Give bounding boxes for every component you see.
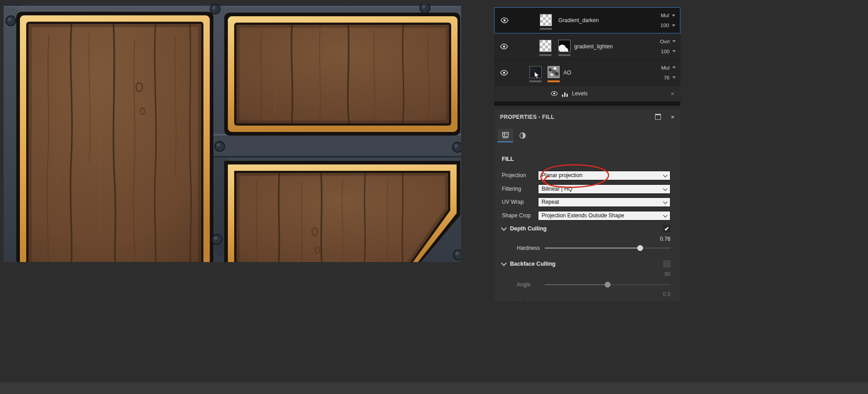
eye-icon[interactable] xyxy=(500,69,509,76)
layer-name: Gradient_darken xyxy=(558,17,599,23)
field-projection: Projection Planar projection xyxy=(502,170,670,180)
chevron-down-icon xyxy=(672,76,676,79)
eye-icon[interactable] xyxy=(500,43,509,50)
layer-content-thumbnail[interactable] xyxy=(540,14,552,26)
layer-mask-thumbnail[interactable] xyxy=(547,66,560,78)
properties-header: PROPERTIES - FILL × xyxy=(494,109,680,125)
opacity-value: 100 xyxy=(661,49,670,54)
layer-row-ao[interactable]: AO Mul 76 xyxy=(494,60,680,86)
slider-handle[interactable] xyxy=(605,282,611,288)
angle-value: 90 xyxy=(665,271,670,277)
material-sphere-icon xyxy=(519,132,526,139)
slider-handle[interactable] xyxy=(637,245,643,251)
mask-mini-slider-active[interactable] xyxy=(547,80,560,82)
filtering-dropdown[interactable]: Bilinear | HQ xyxy=(538,184,670,194)
field-uv-wrap: UV Wrap Repeat xyxy=(502,197,670,207)
histogram-icon xyxy=(562,91,568,97)
field-label: Filtering xyxy=(502,186,538,192)
layer-mini-slider[interactable] xyxy=(539,54,552,56)
field-shape-crop: Shape Crop Projection Extends Outside Sh… xyxy=(502,211,670,220)
layer-mask-thumbnail[interactable] xyxy=(558,40,571,52)
opacity-value: 100 xyxy=(660,23,669,28)
properties-tabs xyxy=(498,129,530,142)
tab-fill-properties[interactable] xyxy=(498,129,513,142)
panel-title: PROPERTIES - FILL xyxy=(500,114,655,120)
blend-mode-dropdown[interactable]: Mul xyxy=(660,13,675,18)
layer-row-gradient-lighten[interactable]: gradient_lighten Ovrl 100 xyxy=(494,33,680,60)
hardness-slider-row: Hardness xyxy=(517,244,670,253)
layer-content-thumbnail[interactable] xyxy=(539,40,552,52)
chevron-down-icon xyxy=(663,199,668,204)
eye-icon[interactable] xyxy=(500,17,509,24)
hardness2-slider-row: Hardness xyxy=(517,298,670,301)
section-backface-culling[interactable]: Backface Culling xyxy=(502,260,670,268)
layer-name: gradient_lighten xyxy=(574,43,613,50)
angle-slider[interactable] xyxy=(545,284,670,285)
dropdown-value: Bilinear | HQ xyxy=(542,186,572,192)
opacity-dropdown[interactable]: 100 xyxy=(660,23,675,28)
bottom-strip xyxy=(0,382,868,394)
chevron-down-icon xyxy=(672,66,676,69)
hardness2-value: 0.5 xyxy=(663,291,670,297)
effect-row-levels[interactable]: Levels × xyxy=(494,86,680,102)
opacity-dropdown[interactable]: 100 xyxy=(661,49,676,54)
mask-mini-slider[interactable] xyxy=(558,54,571,56)
tab-material-properties[interactable] xyxy=(515,129,530,142)
layer-mini-slider[interactable] xyxy=(529,80,542,82)
chevron-down-icon xyxy=(501,260,507,266)
mouse-cursor-icon xyxy=(534,72,540,79)
shape-crop-dropdown[interactable]: Projection Extends Outside Shape xyxy=(538,211,670,220)
field-label: UV Wrap xyxy=(502,199,538,205)
dropdown-value: Planar projection xyxy=(542,172,582,178)
blend-mode-value: Ovrl xyxy=(660,39,670,44)
chevron-down-icon xyxy=(672,14,675,17)
field-filtering: Filtering Bilinear | HQ xyxy=(502,184,670,194)
depth-culling-checkbox[interactable]: ✔ xyxy=(663,225,670,232)
field-label: Shape Crop xyxy=(502,212,538,219)
layers-panel: Gradient_darken Mul 100 gradient_lighten… xyxy=(494,7,680,106)
layer-mini-slider[interactable] xyxy=(540,28,552,30)
chevron-down-icon xyxy=(672,24,675,27)
projection-dropdown[interactable]: Planar projection xyxy=(538,171,670,180)
layer-name: AO xyxy=(563,70,571,76)
close-icon[interactable]: × xyxy=(671,114,675,120)
chevron-down-icon xyxy=(663,173,668,177)
undock-icon[interactable] xyxy=(655,114,661,120)
check-icon: ✔ xyxy=(665,225,670,232)
effect-name: Levels xyxy=(572,90,588,97)
layer-row-gradient-darken[interactable]: Gradient_darken Mul 100 xyxy=(494,7,680,33)
slider-label: Hardness xyxy=(517,245,545,251)
application-window: Gradient_darken Mul 100 gradient_lighten… xyxy=(0,0,868,394)
blend-mode-dropdown[interactable]: Ovrl xyxy=(660,39,676,44)
hardness-value: 0.76 xyxy=(660,236,670,242)
opacity-value: 76 xyxy=(664,75,670,80)
blend-mode-dropdown[interactable]: Mul xyxy=(661,65,676,70)
slider-label: Angle xyxy=(517,281,545,288)
section-label: Depth Culling xyxy=(510,225,547,232)
chevron-down-icon xyxy=(672,40,676,42)
hardness-slider[interactable] xyxy=(545,248,670,249)
section-depth-culling[interactable]: Depth Culling ✔ xyxy=(502,225,670,233)
blend-mode-value: Mul xyxy=(660,13,669,18)
opacity-dropdown[interactable]: 76 xyxy=(664,75,676,80)
backface-culling-checkbox[interactable] xyxy=(663,260,670,267)
section-label: Backface Culling xyxy=(510,261,556,267)
chevron-down-icon xyxy=(501,225,507,231)
eye-icon[interactable] xyxy=(550,90,558,97)
close-icon[interactable]: × xyxy=(670,90,674,97)
field-label: Projection xyxy=(502,172,538,178)
crate-texture-image xyxy=(4,4,461,262)
layer-row-partial xyxy=(494,102,680,106)
chevron-down-icon xyxy=(663,186,668,191)
slider-label: Hardness xyxy=(517,300,545,301)
properties-panel: PROPERTIES - FILL × FILL Projection Plan… xyxy=(494,109,680,301)
dropdown-value: Projection Extends Outside Shape xyxy=(542,212,624,219)
layer-content-thumbnail[interactable] xyxy=(529,66,542,78)
uv-wrap-dropdown[interactable]: Repeat xyxy=(538,197,670,207)
blend-mode-value: Mul xyxy=(661,65,670,70)
section-title: FILL xyxy=(502,156,514,162)
angle-slider-row: Angle xyxy=(517,280,670,289)
viewport-3d[interactable] xyxy=(4,4,461,262)
dropdown-value: Repeat xyxy=(542,199,559,205)
fill-grid-icon xyxy=(502,131,509,139)
